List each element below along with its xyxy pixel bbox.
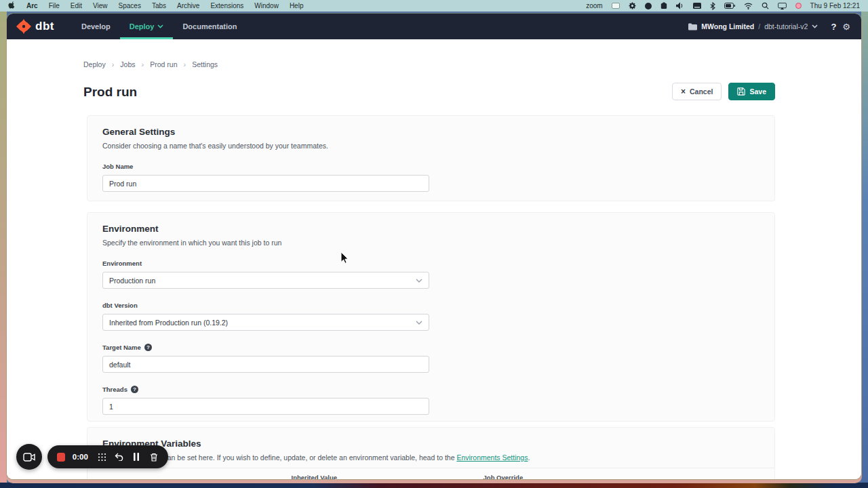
breadcrumb-prod-run[interactable]: Prod run bbox=[150, 60, 177, 68]
chevron-down-icon bbox=[157, 24, 163, 28]
environment-variables-description: Job level overrides can be set here. If … bbox=[102, 453, 760, 462]
menubar-app-name[interactable]: Arc bbox=[26, 2, 38, 9]
menubar-item-spaces[interactable]: Spaces bbox=[119, 2, 141, 9]
breadcrumb-settings: Settings bbox=[192, 60, 218, 68]
job-name-input[interactable] bbox=[102, 175, 429, 192]
close-icon: × bbox=[681, 87, 686, 96]
settings-gear-icon[interactable]: ⚙ bbox=[842, 22, 850, 32]
apple-icon[interactable] bbox=[8, 2, 16, 10]
breadcrumb: Deploy › Jobs › Prod run › Settings bbox=[83, 60, 218, 68]
chevron-down-icon bbox=[416, 279, 422, 283]
help-tooltip-icon[interactable]: ? bbox=[131, 386, 138, 393]
browser-window: dbt Develop Deploy Documentation MWong L… bbox=[7, 14, 861, 479]
general-settings-subtitle: Consider choosing a name that's easily u… bbox=[102, 142, 760, 150]
page-content: Deploy › Jobs › Prod run › Settings Prod… bbox=[7, 39, 861, 479]
wifi-icon[interactable] bbox=[744, 2, 753, 10]
menubar-item-tabs[interactable]: Tabs bbox=[152, 2, 166, 9]
menubar-item-edit[interactable]: Edit bbox=[71, 2, 82, 9]
target-name-input[interactable] bbox=[102, 356, 429, 373]
dbt-logo-icon bbox=[16, 19, 31, 34]
column-inherited-value: Inherited Value bbox=[291, 474, 337, 479]
target-name-label: Target Name ? bbox=[102, 344, 760, 351]
account-name: MWong Limited bbox=[701, 22, 754, 30]
job-name-label: Job Name bbox=[102, 163, 760, 170]
folder-icon bbox=[688, 23, 697, 30]
wallpaper-right bbox=[861, 12, 868, 488]
stop-recording-button[interactable] bbox=[57, 453, 65, 462]
column-job-override: Job Override bbox=[484, 474, 524, 479]
page-title: Prod run bbox=[83, 85, 137, 100]
dbt-logo[interactable]: dbt bbox=[7, 14, 72, 39]
environments-settings-link[interactable]: Environments Settings bbox=[456, 453, 528, 462]
wallpaper-left bbox=[0, 12, 7, 488]
volume-icon[interactable] bbox=[676, 2, 684, 10]
environment-variables-title: Environment Variables bbox=[102, 439, 760, 449]
save-icon bbox=[737, 87, 745, 96]
dbt-logo-text: dbt bbox=[35, 20, 54, 33]
nav-item-documentation[interactable]: Documentation bbox=[173, 14, 246, 39]
nav-item-develop[interactable]: Develop bbox=[72, 14, 120, 39]
breadcrumb-deploy[interactable]: Deploy bbox=[83, 60, 106, 68]
menubar-item-file[interactable]: File bbox=[49, 2, 60, 9]
gear-icon[interactable] bbox=[629, 2, 636, 10]
delete-recording-icon[interactable] bbox=[149, 451, 159, 462]
dbt-version-select[interactable]: Inherited from Production run (0.19.2) bbox=[102, 314, 429, 331]
menubar-item-help[interactable]: Help bbox=[290, 2, 304, 9]
breadcrumb-separator: › bbox=[142, 60, 144, 68]
help-icon[interactable]: ? bbox=[831, 22, 836, 32]
bluetooth-icon[interactable] bbox=[710, 2, 715, 10]
general-settings-card: General Settings Consider choosing a nam… bbox=[87, 115, 775, 201]
battery-icon[interactable] bbox=[724, 2, 735, 10]
environment-select-label: Environment bbox=[102, 260, 760, 267]
environment-variables-table: Inherited Value Job Override bbox=[87, 468, 774, 479]
pause-recording-icon[interactable] bbox=[132, 451, 142, 462]
wallpaper-bottom bbox=[0, 483, 868, 488]
page-actions: × Cancel Save bbox=[672, 83, 775, 100]
menubar-clock[interactable]: Thu 9 Feb 12:21 bbox=[810, 2, 860, 9]
breadcrumb-separator: › bbox=[184, 60, 186, 68]
environment-select[interactable]: Production run bbox=[102, 272, 429, 289]
environment-variables-card: Environment Variables Job level override… bbox=[87, 427, 775, 479]
threads-label: Threads ? bbox=[102, 386, 760, 393]
chevron-down-icon bbox=[416, 321, 422, 325]
environment-card: Environment Specify the environment in w… bbox=[87, 212, 775, 422]
recording-toolbar: 0:00 bbox=[47, 445, 168, 468]
save-button[interactable]: Save bbox=[728, 83, 775, 100]
screen-icon[interactable] bbox=[612, 2, 620, 10]
environment-title: Environment bbox=[102, 224, 760, 234]
screen-mirroring-icon[interactable] bbox=[778, 2, 787, 10]
clock-icon[interactable] bbox=[645, 2, 652, 10]
project-name: dbt-tutorial-v2 bbox=[764, 22, 808, 30]
account-project-switcher[interactable]: MWong Limited / dbt-tutorial-v2 bbox=[688, 22, 818, 30]
chevron-down-icon bbox=[812, 24, 818, 28]
environment-subtitle: Specify the environment in which you wan… bbox=[102, 239, 760, 247]
camera-toggle-button[interactable] bbox=[16, 444, 42, 470]
account-separator: / bbox=[758, 22, 760, 30]
recording-indicator-icon[interactable] bbox=[795, 2, 802, 10]
nav-item-deploy[interactable]: Deploy bbox=[120, 14, 174, 39]
video-camera-icon bbox=[23, 453, 35, 462]
search-icon[interactable] bbox=[762, 2, 769, 10]
menubar-zoom-label[interactable]: zoom bbox=[586, 2, 602, 9]
dbt-version-label: dbt Version bbox=[102, 302, 760, 309]
menubar-item-archive[interactable]: Archive bbox=[177, 2, 199, 9]
macos-menubar: Arc File Edit View Spaces Tabs Archive E… bbox=[0, 0, 868, 12]
threads-input[interactable] bbox=[102, 398, 429, 415]
menubar-item-view[interactable]: View bbox=[93, 2, 108, 9]
effects-grid-icon[interactable] bbox=[97, 451, 107, 462]
dbt-navbar: dbt Develop Deploy Documentation MWong L… bbox=[7, 14, 861, 39]
help-tooltip-icon[interactable]: ? bbox=[144, 344, 152, 351]
general-settings-title: General Settings bbox=[102, 127, 760, 137]
breadcrumb-separator: › bbox=[112, 60, 115, 68]
menubar-item-window[interactable]: Window bbox=[254, 2, 279, 9]
backup-app-icon[interactable] bbox=[660, 2, 667, 10]
cancel-button[interactable]: × Cancel bbox=[672, 83, 722, 100]
keyboard-icon[interactable] bbox=[693, 2, 701, 10]
breadcrumb-jobs[interactable]: Jobs bbox=[120, 60, 135, 68]
restart-recording-icon[interactable] bbox=[114, 451, 124, 462]
table-header-row: Inherited Value Job Override bbox=[87, 468, 774, 479]
recording-timer: 0:00 bbox=[73, 453, 88, 461]
menubar-item-extensions[interactable]: Extensions bbox=[210, 2, 243, 9]
